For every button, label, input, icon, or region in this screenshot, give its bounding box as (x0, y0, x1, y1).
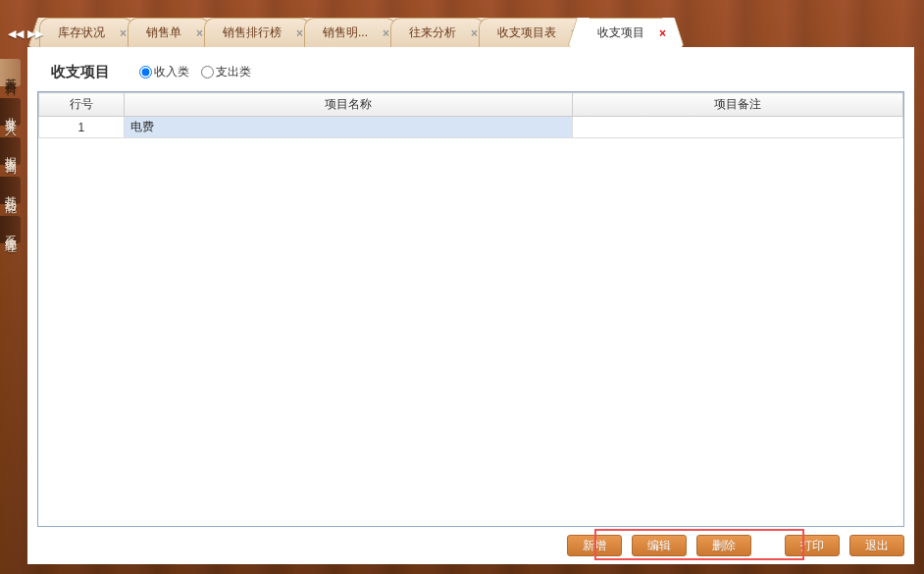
radio-expense[interactable]: 支出类 (201, 64, 251, 80)
exit-button[interactable]: 退出 (849, 535, 904, 556)
sidebar: 基本资料业务录入报表查询其它功能系统管理 (0, 59, 20, 255)
tab-label: 销售明... (323, 25, 368, 41)
grid-header-row: 行号 项目名称 项目备注 (39, 93, 903, 117)
radio-income-input[interactable] (139, 66, 152, 78)
tab-label: 收支项目表 (497, 25, 556, 41)
delete-button[interactable]: 删除 (696, 535, 751, 556)
data-grid: 行号 项目名称 项目备注 1电费 (38, 92, 903, 138)
category-radio-group: 收入类 支出类 (139, 64, 251, 80)
tab-nav-arrows: ◀◀ ▶▶ (8, 27, 43, 40)
add-button[interactable]: 新增 (567, 535, 622, 556)
tab-label: 往来分析 (409, 25, 456, 41)
tab-bar: ◀◀ ▶▶ 库存状况×销售单×销售排行榜×销售明...×往来分析×收支项目表×收… (0, 0, 924, 47)
tab-label: 销售单 (146, 25, 181, 41)
sidebar-item-0[interactable]: 基本资料 (0, 59, 21, 86)
col-header-rownum[interactable]: 行号 (39, 93, 125, 117)
tab-6[interactable]: 收支项目× (579, 18, 673, 47)
col-header-name[interactable]: 项目名称 (124, 93, 572, 117)
col-header-remark[interactable]: 项目备注 (572, 93, 902, 117)
grid-empty-area[interactable] (38, 138, 903, 526)
close-icon[interactable]: × (383, 27, 389, 39)
tabs-scroll-right-icon[interactable]: ▶▶ (27, 27, 43, 40)
close-icon[interactable]: × (471, 27, 478, 39)
table-row[interactable]: 1电费 (39, 117, 903, 138)
panel-header: 收支项目 收入类 支出类 (27, 47, 914, 91)
sidebar-item-1[interactable]: 业务录入 (0, 98, 21, 126)
page-title: 收支项目 (51, 63, 110, 81)
sidebar-item-3[interactable]: 其它功能 (0, 177, 21, 204)
tab-1[interactable]: 销售单× (128, 18, 210, 47)
tab-label: 销售排行榜 (223, 25, 282, 41)
print-button[interactable]: 打印 (785, 535, 840, 556)
cell-rownum[interactable]: 1 (39, 117, 125, 138)
main-panel: 收支项目 收入类 支出类 行号 项目名称 项目备注 1电费 (27, 47, 914, 564)
tabs-scroll-left-icon[interactable]: ◀◀ (8, 27, 24, 40)
close-icon[interactable]: × (120, 27, 127, 39)
tab-4[interactable]: 往来分析× (390, 18, 485, 47)
sidebar-item-4[interactable]: 系统管理 (0, 216, 21, 243)
content-box: 行号 项目名称 项目备注 1电费 (37, 91, 904, 527)
cell-name[interactable]: 电费 (124, 117, 572, 138)
footer-toolbar: 新增 编辑 删除 打印 退出 (27, 527, 914, 564)
close-icon[interactable]: × (659, 27, 666, 39)
tab-label: 库存状况 (58, 25, 105, 41)
tab-label: 收支项目 (597, 25, 644, 41)
tab-2[interactable]: 销售排行榜× (204, 18, 310, 47)
sidebar-item-2[interactable]: 报表查询 (0, 137, 21, 165)
radio-expense-input[interactable] (201, 66, 214, 78)
edit-button[interactable]: 编辑 (632, 535, 687, 556)
radio-income[interactable]: 收入类 (139, 64, 189, 80)
radio-expense-label: 支出类 (216, 64, 251, 80)
radio-income-label: 收入类 (154, 64, 189, 80)
cell-remark[interactable] (572, 117, 902, 138)
close-icon[interactable]: × (196, 27, 203, 39)
tab-3[interactable]: 销售明...× (304, 18, 396, 47)
tab-0[interactable]: 库存状况× (39, 18, 133, 47)
close-icon[interactable]: × (296, 27, 303, 39)
